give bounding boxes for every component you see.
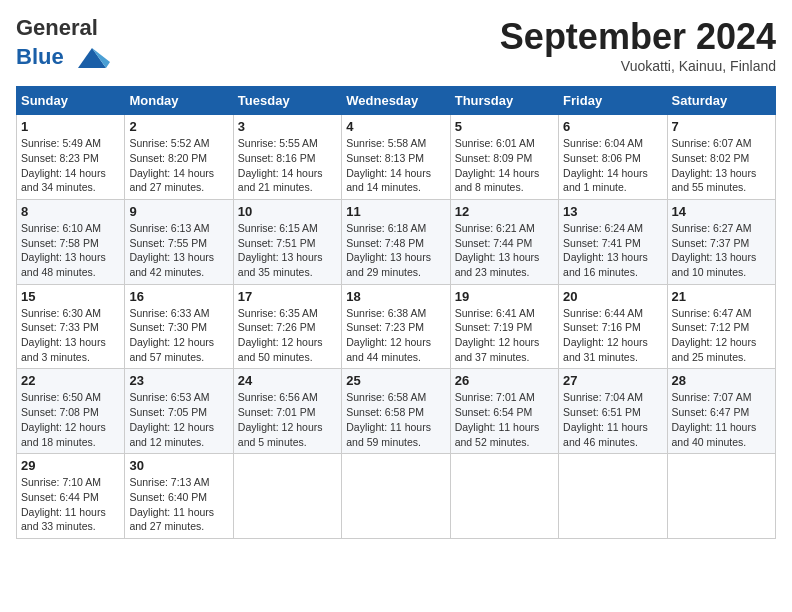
table-row xyxy=(233,454,341,539)
calendar-table: Sunday Monday Tuesday Wednesday Thursday… xyxy=(16,86,776,539)
table-row: 25Sunrise: 6:58 AMSunset: 6:58 PMDayligh… xyxy=(342,369,450,454)
day-info: Sunrise: 6:04 AMSunset: 8:06 PMDaylight:… xyxy=(563,136,662,195)
day-number: 26 xyxy=(455,373,554,388)
table-row: 20Sunrise: 6:44 AMSunset: 7:16 PMDayligh… xyxy=(559,284,667,369)
table-row: 17Sunrise: 6:35 AMSunset: 7:26 PMDayligh… xyxy=(233,284,341,369)
table-row: 16Sunrise: 6:33 AMSunset: 7:30 PMDayligh… xyxy=(125,284,233,369)
day-info: Sunrise: 7:07 AMSunset: 6:47 PMDaylight:… xyxy=(672,390,771,449)
table-row: 29Sunrise: 7:10 AMSunset: 6:44 PMDayligh… xyxy=(17,454,125,539)
day-info: Sunrise: 7:13 AMSunset: 6:40 PMDaylight:… xyxy=(129,475,228,534)
day-info: Sunrise: 6:47 AMSunset: 7:12 PMDaylight:… xyxy=(672,306,771,365)
table-row: 6Sunrise: 6:04 AMSunset: 8:06 PMDaylight… xyxy=(559,115,667,200)
day-info: Sunrise: 5:49 AMSunset: 8:23 PMDaylight:… xyxy=(21,136,120,195)
day-number: 18 xyxy=(346,289,445,304)
day-info: Sunrise: 6:07 AMSunset: 8:02 PMDaylight:… xyxy=(672,136,771,195)
day-number: 13 xyxy=(563,204,662,219)
calendar-week-row: 22Sunrise: 6:50 AMSunset: 7:08 PMDayligh… xyxy=(17,369,776,454)
day-number: 6 xyxy=(563,119,662,134)
day-number: 7 xyxy=(672,119,771,134)
table-row: 1Sunrise: 5:49 AMSunset: 8:23 PMDaylight… xyxy=(17,115,125,200)
table-row: 21Sunrise: 6:47 AMSunset: 7:12 PMDayligh… xyxy=(667,284,775,369)
day-number: 5 xyxy=(455,119,554,134)
day-info: Sunrise: 6:53 AMSunset: 7:05 PMDaylight:… xyxy=(129,390,228,449)
table-row: 4Sunrise: 5:58 AMSunset: 8:13 PMDaylight… xyxy=(342,115,450,200)
day-number: 25 xyxy=(346,373,445,388)
calendar-week-row: 8Sunrise: 6:10 AMSunset: 7:58 PMDaylight… xyxy=(17,199,776,284)
day-info: Sunrise: 5:58 AMSunset: 8:13 PMDaylight:… xyxy=(346,136,445,195)
day-info: Sunrise: 6:01 AMSunset: 8:09 PMDaylight:… xyxy=(455,136,554,195)
table-row: 8Sunrise: 6:10 AMSunset: 7:58 PMDaylight… xyxy=(17,199,125,284)
table-row xyxy=(667,454,775,539)
table-row: 22Sunrise: 6:50 AMSunset: 7:08 PMDayligh… xyxy=(17,369,125,454)
table-row: 18Sunrise: 6:38 AMSunset: 7:23 PMDayligh… xyxy=(342,284,450,369)
day-number: 10 xyxy=(238,204,337,219)
table-row: 13Sunrise: 6:24 AMSunset: 7:41 PMDayligh… xyxy=(559,199,667,284)
col-saturday: Saturday xyxy=(667,87,775,115)
month-title: September 2024 xyxy=(500,16,776,58)
day-info: Sunrise: 6:30 AMSunset: 7:33 PMDaylight:… xyxy=(21,306,120,365)
day-number: 20 xyxy=(563,289,662,304)
day-number: 14 xyxy=(672,204,771,219)
table-row: 19Sunrise: 6:41 AMSunset: 7:19 PMDayligh… xyxy=(450,284,558,369)
table-row: 11Sunrise: 6:18 AMSunset: 7:48 PMDayligh… xyxy=(342,199,450,284)
day-info: Sunrise: 6:24 AMSunset: 7:41 PMDaylight:… xyxy=(563,221,662,280)
calendar-week-row: 1Sunrise: 5:49 AMSunset: 8:23 PMDaylight… xyxy=(17,115,776,200)
day-info: Sunrise: 5:52 AMSunset: 8:20 PMDaylight:… xyxy=(129,136,228,195)
table-row: 10Sunrise: 6:15 AMSunset: 7:51 PMDayligh… xyxy=(233,199,341,284)
day-info: Sunrise: 6:38 AMSunset: 7:23 PMDaylight:… xyxy=(346,306,445,365)
day-info: Sunrise: 6:13 AMSunset: 7:55 PMDaylight:… xyxy=(129,221,228,280)
day-info: Sunrise: 6:10 AMSunset: 7:58 PMDaylight:… xyxy=(21,221,120,280)
col-sunday: Sunday xyxy=(17,87,125,115)
table-row: 5Sunrise: 6:01 AMSunset: 8:09 PMDaylight… xyxy=(450,115,558,200)
location: Vuokatti, Kainuu, Finland xyxy=(500,58,776,74)
calendar-week-row: 29Sunrise: 7:10 AMSunset: 6:44 PMDayligh… xyxy=(17,454,776,539)
table-row: 2Sunrise: 5:52 AMSunset: 8:20 PMDaylight… xyxy=(125,115,233,200)
day-info: Sunrise: 6:18 AMSunset: 7:48 PMDaylight:… xyxy=(346,221,445,280)
day-info: Sunrise: 6:56 AMSunset: 7:01 PMDaylight:… xyxy=(238,390,337,449)
page-header: General Blue September 2024 Vuokatti, Ka… xyxy=(16,16,776,76)
day-number: 4 xyxy=(346,119,445,134)
day-number: 30 xyxy=(129,458,228,473)
table-row: 15Sunrise: 6:30 AMSunset: 7:33 PMDayligh… xyxy=(17,284,125,369)
table-row: 12Sunrise: 6:21 AMSunset: 7:44 PMDayligh… xyxy=(450,199,558,284)
table-row: 7Sunrise: 6:07 AMSunset: 8:02 PMDaylight… xyxy=(667,115,775,200)
table-row: 30Sunrise: 7:13 AMSunset: 6:40 PMDayligh… xyxy=(125,454,233,539)
day-number: 9 xyxy=(129,204,228,219)
col-monday: Monday xyxy=(125,87,233,115)
table-row xyxy=(342,454,450,539)
table-row: 24Sunrise: 6:56 AMSunset: 7:01 PMDayligh… xyxy=(233,369,341,454)
calendar-header-row: Sunday Monday Tuesday Wednesday Thursday… xyxy=(17,87,776,115)
day-info: Sunrise: 6:41 AMSunset: 7:19 PMDaylight:… xyxy=(455,306,554,365)
logo-blue: Blue xyxy=(16,44,64,69)
table-row xyxy=(559,454,667,539)
day-number: 23 xyxy=(129,373,228,388)
day-number: 17 xyxy=(238,289,337,304)
day-number: 19 xyxy=(455,289,554,304)
calendar-week-row: 15Sunrise: 6:30 AMSunset: 7:33 PMDayligh… xyxy=(17,284,776,369)
table-row: 9Sunrise: 6:13 AMSunset: 7:55 PMDaylight… xyxy=(125,199,233,284)
day-number: 28 xyxy=(672,373,771,388)
day-number: 8 xyxy=(21,204,120,219)
table-row: 3Sunrise: 5:55 AMSunset: 8:16 PMDaylight… xyxy=(233,115,341,200)
day-info: Sunrise: 6:21 AMSunset: 7:44 PMDaylight:… xyxy=(455,221,554,280)
table-row: 26Sunrise: 7:01 AMSunset: 6:54 PMDayligh… xyxy=(450,369,558,454)
day-number: 15 xyxy=(21,289,120,304)
col-tuesday: Tuesday xyxy=(233,87,341,115)
day-info: Sunrise: 6:50 AMSunset: 7:08 PMDaylight:… xyxy=(21,390,120,449)
day-number: 11 xyxy=(346,204,445,219)
day-info: Sunrise: 6:58 AMSunset: 6:58 PMDaylight:… xyxy=(346,390,445,449)
day-info: Sunrise: 6:15 AMSunset: 7:51 PMDaylight:… xyxy=(238,221,337,280)
day-number: 1 xyxy=(21,119,120,134)
title-block: September 2024 Vuokatti, Kainuu, Finland xyxy=(500,16,776,74)
day-number: 3 xyxy=(238,119,337,134)
logo-general: General xyxy=(16,15,98,40)
day-number: 2 xyxy=(129,119,228,134)
day-number: 29 xyxy=(21,458,120,473)
table-row xyxy=(450,454,558,539)
day-info: Sunrise: 6:27 AMSunset: 7:37 PMDaylight:… xyxy=(672,221,771,280)
table-row: 14Sunrise: 6:27 AMSunset: 7:37 PMDayligh… xyxy=(667,199,775,284)
day-info: Sunrise: 6:35 AMSunset: 7:26 PMDaylight:… xyxy=(238,306,337,365)
day-info: Sunrise: 7:01 AMSunset: 6:54 PMDaylight:… xyxy=(455,390,554,449)
day-number: 12 xyxy=(455,204,554,219)
day-info: Sunrise: 6:44 AMSunset: 7:16 PMDaylight:… xyxy=(563,306,662,365)
